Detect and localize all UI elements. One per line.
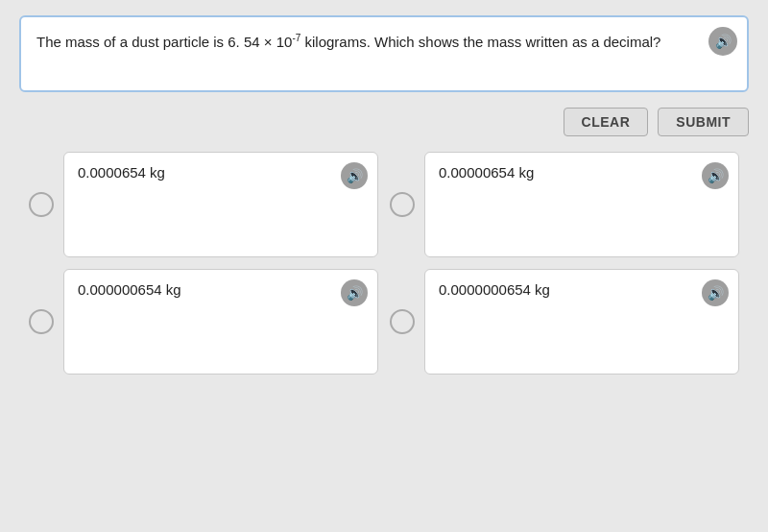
question-text-part1: The mass of a dust particle is 6. 54 × 1… [36, 34, 292, 50]
answer-card-c[interactable]: 0.000000654 kg 🔊 [63, 269, 378, 375]
answer-item-a: 0.0000654 kg 🔊 [29, 152, 378, 257]
question-text: The mass of a dust particle is 6. 54 × 1… [36, 31, 699, 54]
clear-button[interactable]: CLEAR [564, 108, 649, 136]
speaker-icon-c: 🔊 [347, 285, 363, 301]
question-box: The mass of a dust particle is 6. 54 × 1… [19, 15, 749, 92]
speaker-icon-b: 🔊 [708, 168, 724, 183]
answer-text-b: 0.00000654 kg [439, 164, 534, 181]
answer-card-b[interactable]: 0.00000654 kg 🔊 [424, 152, 739, 257]
toolbar: CLEAR SUBMIT [19, 108, 749, 136]
answer-item-d: 0.0000000654 kg 🔊 [390, 269, 739, 375]
answer-text-d: 0.0000000654 kg [439, 281, 550, 298]
answer-audio-button-c[interactable]: 🔊 [341, 279, 368, 306]
speaker-icon-d: 🔊 [708, 285, 724, 301]
answer-item-c: 0.000000654 kg 🔊 [29, 269, 378, 375]
main-container: The mass of a dust particle is 6. 54 × 1… [0, 0, 768, 390]
radio-d[interactable] [390, 309, 415, 334]
answer-text-c: 0.000000654 kg [78, 281, 181, 298]
question-audio-button[interactable]: 🔊 [708, 27, 737, 56]
answer-item-b: 0.00000654 kg 🔊 [390, 152, 739, 257]
answer-text-a: 0.0000654 kg [78, 164, 165, 181]
question-text-part2: kilograms. Which shows the mass written … [300, 34, 660, 50]
submit-button[interactable]: SUBMIT [658, 108, 749, 136]
radio-c[interactable] [29, 309, 54, 334]
radio-b[interactable] [390, 192, 415, 217]
answers-grid: 0.0000654 kg 🔊 0.00000654 kg 🔊 0.0000006… [19, 152, 749, 375]
speaker-icon-question: 🔊 [715, 34, 732, 49]
speaker-icon-a: 🔊 [347, 168, 363, 183]
answer-audio-button-a[interactable]: 🔊 [341, 162, 368, 189]
exponent: -7 [292, 33, 300, 43]
answer-audio-button-d[interactable]: 🔊 [702, 279, 729, 306]
answer-card-a[interactable]: 0.0000654 kg 🔊 [63, 152, 378, 257]
radio-a[interactable] [29, 192, 54, 217]
answer-audio-button-b[interactable]: 🔊 [702, 162, 729, 189]
answer-card-d[interactable]: 0.0000000654 kg 🔊 [424, 269, 739, 375]
